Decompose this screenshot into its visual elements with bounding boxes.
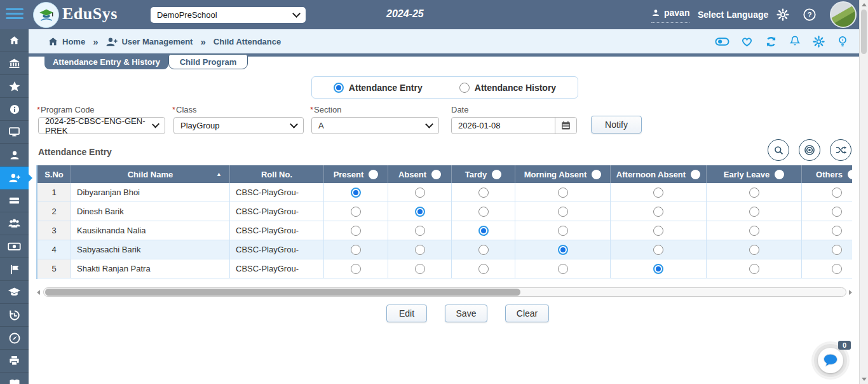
sidebar-item-compass[interactable] [0, 327, 29, 350]
attendance-radio-row2-early-leave[interactable] [749, 207, 759, 217]
sidebar-item-academics[interactable] [0, 281, 29, 304]
column-header-afternoon-absent[interactable]: Afternoon Absent [611, 165, 707, 183]
hscroll-left-arrow[interactable] [37, 290, 40, 295]
select-language-button[interactable]: Select Language [698, 10, 768, 20]
avatar[interactable] [830, 1, 857, 28]
sidebar-item-home[interactable] [0, 29, 29, 52]
vscroll-up-arrow[interactable] [862, 3, 867, 6]
column-header-s-no[interactable]: S.No [37, 165, 71, 183]
attendance-radio-row2-morning-absent[interactable] [558, 207, 568, 217]
attendance-radio-row3-present[interactable] [351, 226, 361, 236]
select-all-absent-radio[interactable] [431, 170, 441, 179]
breadcrumb-item-child-attendance[interactable]: Child Attendance [214, 37, 281, 46]
target-button[interactable] [799, 139, 820, 161]
hscroll-right-arrow[interactable] [849, 290, 852, 295]
attendance-radio-row2-afternoon-absent[interactable] [653, 207, 663, 217]
column-header-others[interactable]: Others [802, 165, 852, 183]
sidebar-item-institution[interactable] [0, 52, 29, 75]
sidebar-item-info[interactable] [0, 98, 29, 121]
sidebar-item-reports[interactable] [0, 258, 29, 281]
select-all-others-radio[interactable] [848, 170, 852, 179]
gear-button[interactable] [812, 35, 825, 48]
date-input[interactable]: 2026-01-08 [452, 118, 555, 134]
help-icon[interactable]: ? [803, 8, 817, 22]
attendance-radio-row4-tardy[interactable] [478, 245, 489, 255]
attendance-radio-row1-afternoon-absent[interactable] [653, 188, 663, 198]
select-all-tardy-radio[interactable] [492, 170, 501, 179]
attendance-radio-row3-tardy[interactable] [478, 226, 489, 236]
edusys-logo[interactable] [33, 2, 59, 28]
sidebar-item-fees[interactable] [0, 235, 29, 258]
attendance-radio-row2-others[interactable] [832, 207, 842, 217]
bell-button[interactable] [789, 35, 801, 48]
heart-button[interactable] [740, 35, 754, 48]
attendance-radio-row3-afternoon-absent[interactable] [653, 226, 663, 236]
sort-asc-icon[interactable]: ▲ [216, 171, 222, 177]
attendance-radio-row1-others[interactable] [832, 188, 842, 198]
attendance-radio-row4-afternoon-absent[interactable] [653, 245, 663, 255]
school-select[interactable]: DemoPreSchool [151, 7, 306, 23]
attendance-radio-row5-present[interactable] [351, 264, 361, 274]
sidebar-item-library[interactable] [0, 373, 29, 384]
attendance-radio-row5-early-leave[interactable] [749, 264, 759, 274]
attendance-radio-row5-absent[interactable] [415, 264, 425, 274]
radio-attendance-history[interactable] [459, 83, 470, 93]
attendance-radio-row2-tardy[interactable] [478, 207, 489, 217]
vertical-scrollbar[interactable] [859, 0, 868, 384]
breadcrumb-item-user-management[interactable]: User Management [105, 36, 193, 48]
calendar-button[interactable] [555, 118, 576, 134]
program-code-select[interactable]: 2024-25-CBSC-ENG-GEN-PREK [38, 117, 165, 134]
column-header-present[interactable]: Present [324, 165, 388, 183]
sidebar-item-groups[interactable] [0, 212, 29, 235]
sidebar-item-desktop[interactable] [0, 121, 29, 144]
save-button[interactable]: Save [445, 305, 487, 322]
tab-attendance-entry-history[interactable]: Attendance Entry & History [44, 54, 168, 69]
select-all-morning-absent-radio[interactable] [592, 170, 601, 179]
sidebar-item-user-management[interactable] [0, 167, 29, 189]
attendance-radio-row3-others[interactable] [832, 226, 842, 236]
attendance-radio-row5-morning-absent[interactable] [558, 264, 568, 274]
sidebar-item-favorites[interactable] [0, 75, 29, 98]
vscroll-down-arrow[interactable] [862, 378, 867, 381]
refresh-button[interactable] [764, 35, 778, 48]
attendance-radio-row4-early-leave[interactable] [749, 245, 759, 255]
select-all-present-radio[interactable] [369, 170, 378, 179]
horizontal-scrollbar[interactable] [43, 287, 846, 297]
column-header-absent[interactable]: Absent [388, 165, 452, 183]
select-all-early-leave-radio[interactable] [775, 170, 784, 179]
sidebar-item-profile[interactable] [0, 144, 29, 167]
attendance-radio-row3-early-leave[interactable] [749, 226, 759, 236]
toggle-button[interactable] [715, 34, 729, 49]
column-header-early-leave[interactable]: Early Leave [707, 165, 802, 183]
column-header-morning-absent[interactable]: Morning Absent [515, 165, 611, 183]
mode-option-attendance-entry[interactable]: Attendance Entry [334, 83, 423, 93]
sidebar-item-print[interactable] [0, 350, 29, 373]
attendance-radio-row1-present[interactable] [351, 188, 361, 198]
attendance-radio-row5-afternoon-absent[interactable] [653, 264, 663, 274]
clear-button[interactable]: Clear [505, 305, 549, 322]
edit-button[interactable]: Edit [386, 305, 427, 322]
attendance-radio-row5-tardy[interactable] [478, 264, 489, 274]
attendance-radio-row1-morning-absent[interactable] [558, 188, 568, 198]
attendance-radio-row4-absent[interactable] [415, 245, 425, 255]
column-header-roll-no[interactable]: Roll No. [230, 165, 324, 183]
attendance-radio-row1-absent[interactable] [415, 188, 425, 198]
hamburger-menu-icon[interactable] [6, 8, 24, 22]
tab-child-program[interactable]: Child Program [168, 54, 248, 69]
column-header-tardy[interactable]: Tardy [452, 165, 515, 183]
hscroll-thumb[interactable] [45, 289, 520, 296]
settings-gear-icon[interactable] [776, 8, 790, 22]
sidebar-item-cards[interactable] [0, 189, 29, 212]
attendance-radio-row4-present[interactable] [351, 245, 361, 255]
column-header-child-name[interactable]: Child Name▲ [71, 165, 230, 183]
shuffle-button[interactable] [830, 139, 851, 161]
attendance-radio-row4-morning-absent[interactable] [558, 245, 568, 255]
attendance-radio-row1-tardy[interactable] [478, 188, 489, 198]
user-menu[interactable]: pavan [651, 8, 689, 23]
mode-option-attendance-history[interactable]: Attendance History [459, 83, 556, 93]
attendance-radio-row2-present[interactable] [351, 207, 361, 217]
select-all-afternoon-absent-radio[interactable] [691, 170, 700, 179]
attendance-radio-row4-others[interactable] [832, 245, 842, 255]
section-select[interactable]: A [311, 117, 439, 134]
attendance-radio-row3-morning-absent[interactable] [558, 226, 568, 236]
